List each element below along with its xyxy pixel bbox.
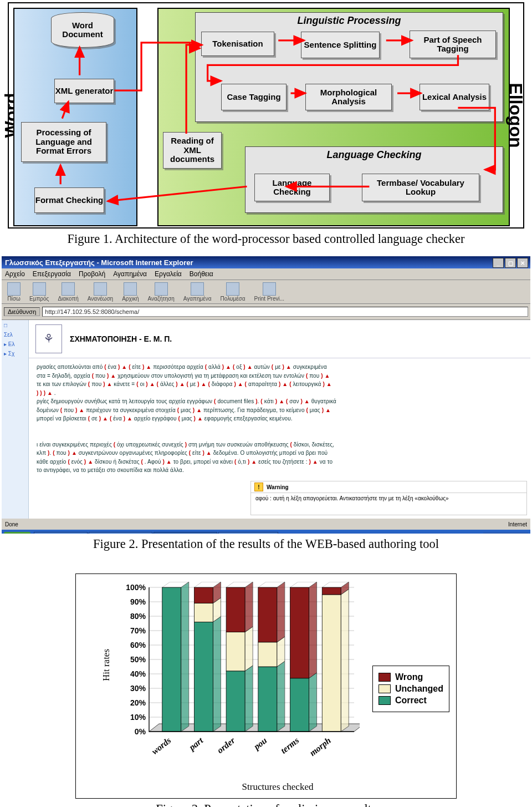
warning-panel: !Warning αφού : αυτή η λέξη απαγορεύεται…: [250, 481, 527, 515]
menu-favorites[interactable]: Αγαπημένα: [113, 270, 147, 278]
x-axis-label: Structures checked: [106, 781, 449, 793]
status-left: Done: [5, 521, 18, 527]
back-icon: [7, 282, 21, 296]
print-icon: [263, 282, 276, 296]
taskbar-item[interactable]: Deleted Items - Micr...: [89, 532, 152, 534]
sentence-splitting-node: Sentence Splitting: [301, 32, 380, 58]
svg-rect-26: [194, 587, 213, 603]
stop-button[interactable]: Διακοπή: [54, 282, 81, 302]
warning-icon: !: [254, 483, 263, 491]
logo-icon: ⚘: [35, 324, 62, 353]
morphological-node: Morphological Analysis: [305, 84, 392, 110]
svg-text:words: words: [150, 735, 172, 756]
refresh-button[interactable]: Ανανέωση: [84, 282, 116, 302]
status-bar: Done Internet: [2, 519, 530, 530]
ellogon-label: Ellogon: [505, 83, 526, 148]
close-button[interactable]: ✕: [517, 258, 528, 268]
stop-icon: [62, 282, 75, 296]
legend-label-unchanged: Unchanged: [395, 684, 443, 694]
termbase-node: Termbase/ Vocabulary Lookup: [362, 174, 479, 201]
svg-text:terms: terms: [279, 735, 300, 755]
sidebar-item[interactable]: ▸ Σχ: [4, 351, 26, 357]
status-right: Internet: [508, 521, 527, 527]
menu-edit[interactable]: Επεξεργασία: [33, 270, 71, 278]
taskbar-item[interactable]: Εξερεύνηση - Μ...: [34, 532, 88, 534]
taskbar-item[interactable]: Γλωσσικός Επεξεργ...: [154, 532, 217, 534]
window-title: Γλωσσικός Επεξεργαστής - Microsoft Inter…: [5, 258, 193, 267]
svg-text:40%: 40%: [130, 669, 146, 678]
svg-rect-30: [226, 587, 245, 632]
svg-text:0%: 0%: [135, 727, 146, 736]
svg-rect-33: [258, 642, 277, 667]
y-axis-label: Hit rates: [101, 649, 112, 681]
legend-swatch-unchanged: [378, 684, 391, 693]
svg-rect-36: [290, 678, 309, 732]
sidebar-item[interactable]: Σελ: [4, 332, 26, 338]
lexical-analysis-node: Lexical Analysis: [420, 84, 489, 110]
ellogon-panel: Reading of XML documents Linguistic Proc…: [157, 8, 510, 226]
taskbar-item[interactable]: Microsoft Word - 2...: [218, 532, 278, 534]
svg-text:80%: 80%: [130, 612, 146, 621]
sidebar-item[interactable]: □: [4, 322, 26, 328]
menu-view[interactable]: Προβολή: [79, 270, 105, 278]
svg-rect-37: [290, 587, 309, 678]
legend: Wrong Unchanged Correct: [372, 666, 449, 712]
sidebar: □ Σελ ▸ Ελ ▸ Σχ: [2, 320, 29, 519]
warning-text: αφού : αυτή η λέξη απαγορεύεται. Αντικατ…: [251, 493, 526, 504]
svg-rect-25: [194, 603, 213, 622]
back-button[interactable]: Πίσω: [4, 282, 24, 302]
print-preview-button[interactable]: Print Previ...: [251, 282, 288, 302]
home-button[interactable]: Αρχική: [119, 282, 142, 302]
linguistic-processing-group: Linguistic Processing Tokenisation Sente…: [195, 12, 503, 122]
home-icon: [124, 282, 137, 296]
address-label: Διεύθυνση: [4, 307, 40, 316]
figure-3-caption: Figure 3. Presentation of preliminary re…: [0, 802, 532, 807]
search-button[interactable]: Αναζήτηση: [145, 282, 178, 302]
figure-2-caption: Figure 2. Presentation of the results of…: [0, 537, 532, 551]
case-tagging-node: Case Tagging: [221, 84, 287, 110]
address-input[interactable]: [42, 307, 528, 317]
menu-tools[interactable]: Εργαλεία: [155, 270, 182, 278]
pos-tagging-node: Part of Speech Tagging: [410, 31, 496, 58]
taskbar: start Εξερεύνηση - Μ... Deleted Items - …: [2, 530, 530, 534]
svg-rect-24: [194, 622, 213, 732]
figure-1-caption: Figure 1. Architecture of the word-proce…: [0, 232, 532, 246]
legend-label-correct: Correct: [395, 696, 427, 706]
media-button[interactable]: Πολυμέσα: [217, 282, 249, 302]
svg-rect-22: [162, 587, 181, 732]
start-button[interactable]: start: [4, 532, 30, 534]
svg-text:20%: 20%: [130, 698, 146, 707]
star-icon: [191, 282, 204, 296]
xml-generator-node: XML generator: [54, 79, 114, 103]
system-tray: EN 🔊 1:13 μμ: [483, 532, 528, 534]
figure-3-chart: Hit rates 0%10%20%30%40%50%60%70%80%90%1…: [75, 573, 457, 799]
refresh-icon: [94, 282, 107, 296]
svg-text:morph: morph: [308, 735, 332, 758]
svg-text:90%: 90%: [130, 597, 146, 606]
menu-help[interactable]: Βοήθεια: [190, 270, 213, 278]
sidebar-item[interactable]: ▸ Ελ: [4, 341, 26, 347]
svg-rect-34: [258, 587, 277, 642]
svg-rect-29: [226, 632, 245, 671]
reading-xml-node: Reading of XML documents: [163, 132, 222, 169]
svg-rect-39: [322, 595, 341, 732]
maximize-button[interactable]: ▢: [505, 258, 516, 268]
figure-2-screenshot: Γλωσσικός Επεξεργαστής - Microsoft Inter…: [2, 256, 530, 534]
processing-errors-node: Processing of Language and Format Errors: [21, 122, 106, 162]
svg-rect-28: [226, 671, 245, 732]
svg-text:order: order: [215, 735, 237, 755]
doc-title: ΣΧΗΜΑΤΟΠΟΙΗΣΗ - Ε. Μ. Π.: [70, 334, 172, 343]
svg-text:pou: pou: [251, 735, 269, 753]
forward-button[interactable]: Εμπρός: [26, 282, 52, 302]
legend-label-wrong: Wrong: [395, 672, 423, 682]
legend-swatch-wrong: [378, 673, 391, 682]
search-icon: [155, 282, 168, 296]
favorites-button[interactable]: Αγαπημένα: [180, 282, 215, 302]
document-pane: ⚘ ΣΧΗΜΑΤΟΠΟΙΗΣΗ - Ε. Μ. Π. ργασίες αποτε…: [29, 320, 530, 519]
window-title-bar: Γλωσσικός Επεξεργαστής - Microsoft Inter…: [2, 256, 530, 268]
svg-rect-40: [322, 587, 341, 595]
minimize-button[interactable]: _: [493, 258, 504, 268]
forward-icon: [33, 282, 46, 296]
svg-rect-32: [258, 667, 277, 732]
menu-file[interactable]: Αρχείο: [5, 270, 25, 278]
